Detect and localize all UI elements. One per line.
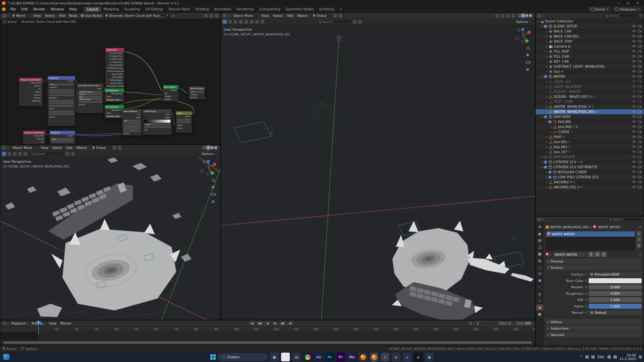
socket-dot[interactable] xyxy=(585,299,587,301)
disable-render-icon[interactable] xyxy=(638,29,642,33)
add-slot-button[interactable]: + xyxy=(636,231,642,236)
socket-dot[interactable] xyxy=(42,98,43,99)
disable-render-icon[interactable] xyxy=(638,125,642,129)
disable-render-icon[interactable] xyxy=(638,45,642,48)
disclosure-icon[interactable]: ▸ xyxy=(545,186,548,189)
socket-dot[interactable] xyxy=(124,86,124,87)
disclosure-icon[interactable]: ▸ xyxy=(545,55,548,58)
proportional-edit-icon[interactable] xyxy=(118,146,122,150)
menu-object[interactable]: Object xyxy=(74,145,89,150)
app-icon-premiere[interactable]: Pr xyxy=(336,353,345,361)
timeline-scrollbar[interactable] xyxy=(3,341,532,344)
disable-render-icon[interactable] xyxy=(638,70,642,73)
socket-dot[interactable] xyxy=(105,113,105,114)
node-canvas[interactable]: Light PathIs Camera RayIs Shadow RayIs D… xyxy=(0,19,220,144)
outliner-row-subtract-light-whirlpool[interactable]: ▸SUBTRACT_LIGHT_WHIRLPOOL xyxy=(536,64,644,69)
disable-render-icon[interactable] xyxy=(638,160,642,164)
workspace-tab-uv-editing[interactable]: UV Editing xyxy=(143,7,165,12)
tab-object[interactable]: ▢ xyxy=(536,264,543,270)
select-tool-icon[interactable] xyxy=(2,152,6,156)
clock[interactable]: 20:50 11-1-2025 xyxy=(620,353,636,361)
viewport-main-canvas[interactable]: User Perspective (1) SCENE_SETUP | WATER… xyxy=(221,25,535,320)
outliner-row-water-whirlpool[interactable]: ▸WATER_WHIRLPOOL⚙▽ xyxy=(536,104,644,109)
collection-checkbox[interactable]: ✓ xyxy=(544,25,547,28)
outliner-row-boolean-cuber[interactable]: ▸✓BOOLEAN CUBER xyxy=(536,170,644,175)
app-icon-photos[interactable]: ▣ xyxy=(425,353,434,361)
search-input[interactable] xyxy=(35,152,62,156)
node-noise[interactable]: Noise TextureFacColor3DVector xyxy=(122,109,143,136)
workspace-tab-sculpting[interactable]: Sculpting xyxy=(121,7,143,12)
workspace-tab-texture-paint[interactable]: Texture Paint xyxy=(165,7,193,12)
collection-checkbox[interactable]: ✓ xyxy=(544,115,547,118)
jump-to-end-button[interactable]: ▶| xyxy=(287,321,294,326)
menu-marker[interactable]: Marker xyxy=(58,321,73,325)
mode-selector[interactable]: Object Mode∨ xyxy=(10,145,38,150)
search-input[interactable] xyxy=(322,20,349,23)
disclosure-icon[interactable]: ▸ xyxy=(545,176,548,179)
workspace-tab-layout[interactable]: Layout xyxy=(84,7,101,12)
shading-wireframe-icon[interactable] xyxy=(518,14,521,17)
shading-rendered-icon[interactable] xyxy=(214,146,217,149)
tray-chevron-icon[interactable]: ^ xyxy=(580,355,583,359)
node-color-ramp[interactable]: Color RampColorAlphaLinearFac xyxy=(143,109,172,135)
node-header[interactable]: Mapping xyxy=(48,76,75,80)
outliner-row-citroen-2cv-distribute[interactable]: ▾✓CITROEN 2CV DISTRIBUTE xyxy=(536,165,644,170)
hide-eye-icon[interactable] xyxy=(632,145,636,149)
menu-view[interactable]: View xyxy=(259,13,271,18)
socket-dot[interactable] xyxy=(585,286,587,288)
hide-eye-icon[interactable] xyxy=(632,35,636,38)
disclosure-icon[interactable]: ▸ xyxy=(545,146,548,148)
outliner-row-ship[interactable]: ▸SHIP▽ xyxy=(536,134,644,139)
socket-dot[interactable] xyxy=(122,133,123,134)
disclosure-icon[interactable]: ▸ xyxy=(545,136,548,138)
editor-type-icon[interactable] xyxy=(2,321,6,325)
workspace-tab-geometry-nodes[interactable]: Geometry Nodes xyxy=(283,7,316,12)
tab-constraints[interactable]: ◎ xyxy=(536,291,543,297)
hide-eye-icon[interactable] xyxy=(632,110,636,114)
menu-add[interactable]: Add xyxy=(285,13,295,18)
tab-render[interactable]: ◉ xyxy=(536,231,543,237)
disclosure-icon[interactable]: ▸ xyxy=(545,80,548,83)
hide-eye-icon[interactable] xyxy=(632,170,636,174)
socket-dot[interactable] xyxy=(124,56,124,57)
hide-eye-icon[interactable] xyxy=(632,55,636,58)
menu-window[interactable]: Window xyxy=(48,7,66,12)
app-icon-blender-2[interactable] xyxy=(370,353,378,361)
play-reverse-button[interactable]: ◀ xyxy=(264,321,271,326)
transform-tool-icon[interactable] xyxy=(250,20,254,24)
socket-dot[interactable] xyxy=(142,117,143,118)
disable-render-icon[interactable] xyxy=(638,140,642,144)
view-layer-selector[interactable]: ViewLayer ✕ xyxy=(613,7,642,12)
socket-dot[interactable] xyxy=(163,99,164,100)
socket-dot[interactable] xyxy=(45,141,46,143)
panel-diffuse[interactable]: ▸Diffuse xyxy=(546,319,642,324)
editor-type-icon[interactable] xyxy=(2,14,6,18)
viewport-search[interactable] xyxy=(29,152,64,156)
property-value-alpha[interactable]: 1.000 xyxy=(589,304,642,309)
workspace-tab-modeling[interactable]: Modeling xyxy=(101,7,122,12)
socket-dot[interactable] xyxy=(42,85,43,87)
hide-eye-icon[interactable] xyxy=(632,45,636,48)
outliner-row-fill-ship[interactable]: ▸FILL SHIP xyxy=(536,49,644,54)
socket-dot[interactable] xyxy=(585,305,587,307)
breadcrumb-material[interactable]: WHITE WATER xyxy=(598,225,620,229)
zoom-icon[interactable] xyxy=(526,47,529,50)
socket-dot[interactable] xyxy=(585,274,587,276)
socket-dot[interactable] xyxy=(42,101,43,102)
property-value-metallic[interactable]: 0.000 xyxy=(589,285,642,290)
camera-view-icon[interactable] xyxy=(211,193,215,196)
collection-checkbox[interactable]: ✓ xyxy=(548,120,551,123)
hide-eye-icon[interactable] xyxy=(632,70,636,73)
navigation-gizmo[interactable] xyxy=(514,27,532,44)
disclosure-icon[interactable]: ▸ xyxy=(545,45,548,48)
pan-hand-icon[interactable]: ✥ xyxy=(211,185,214,189)
disclosure-icon[interactable]: ▸ xyxy=(545,50,548,53)
socket-dot[interactable] xyxy=(124,53,124,54)
shading-wireframe-icon[interactable] xyxy=(203,146,206,149)
zoom-icon[interactable] xyxy=(211,179,214,182)
outliner-row-sun[interactable]: ▸Sun☀ xyxy=(536,69,644,74)
socket-dot[interactable] xyxy=(75,135,75,137)
hide-eye-icon[interactable] xyxy=(632,140,636,144)
node-header[interactable]: Background xyxy=(105,88,124,92)
outliner-row-curve[interactable]: ▸CURVE∿ xyxy=(536,129,644,134)
